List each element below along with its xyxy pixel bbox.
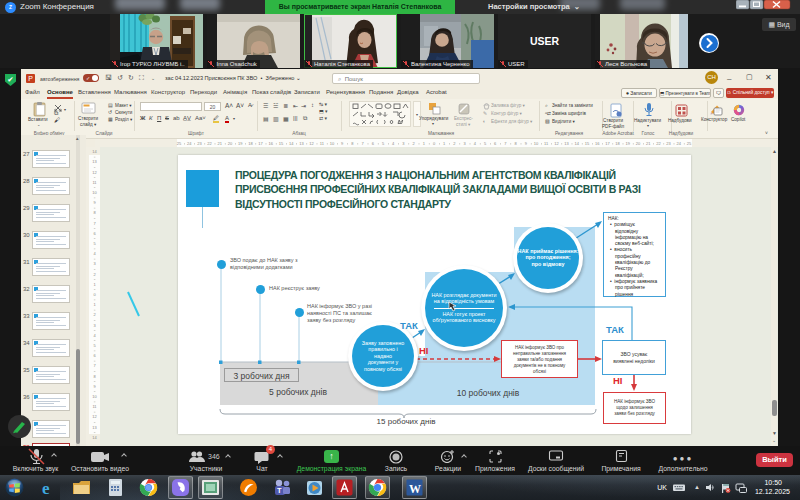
svg-text:24: 24 — [677, 141, 682, 146]
svg-text:19: 19 — [626, 141, 631, 146]
svg-text:25: 25 — [177, 141, 182, 146]
svg-text:13: 13 — [564, 141, 569, 146]
svg-text:23: 23 — [197, 141, 202, 146]
svg-text:W: W — [409, 482, 421, 496]
svg-text:14: 14 — [92, 435, 97, 440]
svg-text:10: 10 — [92, 394, 97, 399]
svg-text:22: 22 — [656, 141, 661, 146]
svg-text:23: 23 — [666, 141, 671, 146]
svg-text:10: 10 — [534, 141, 539, 146]
svg-text:21: 21 — [218, 141, 223, 146]
svg-text:22: 22 — [207, 141, 212, 146]
svg-text:19: 19 — [238, 141, 243, 146]
svg-text:18: 18 — [248, 141, 253, 146]
svg-text:24: 24 — [187, 141, 192, 146]
svg-text:20: 20 — [228, 141, 233, 146]
svg-text:14: 14 — [92, 149, 97, 154]
svg-text:13: 13 — [299, 141, 304, 146]
svg-text:16: 16 — [595, 141, 600, 146]
svg-text:12: 12 — [554, 141, 559, 146]
svg-text:T: T — [277, 486, 282, 495]
svg-text:25: 25 — [687, 141, 692, 146]
svg-text:16: 16 — [269, 141, 274, 146]
svg-text:21: 21 — [646, 141, 651, 146]
svg-text:15: 15 — [585, 141, 590, 146]
svg-text:14: 14 — [289, 141, 294, 146]
svg-text:12: 12 — [309, 141, 314, 146]
svg-text:e: e — [42, 479, 50, 497]
svg-text:346: 346 — [208, 453, 220, 460]
svg-text:10: 10 — [330, 141, 335, 146]
svg-text:12: 12 — [92, 170, 97, 175]
svg-text:13: 13 — [92, 159, 97, 164]
svg-text:13: 13 — [92, 425, 97, 430]
svg-text:14: 14 — [575, 141, 580, 146]
svg-text:17: 17 — [605, 141, 610, 146]
svg-text:10: 10 — [92, 190, 97, 195]
svg-text:17: 17 — [258, 141, 263, 146]
svg-text:20: 20 — [636, 141, 641, 146]
svg-text:18: 18 — [615, 141, 620, 146]
svg-text:12: 12 — [92, 414, 97, 419]
svg-text:15: 15 — [279, 141, 284, 146]
